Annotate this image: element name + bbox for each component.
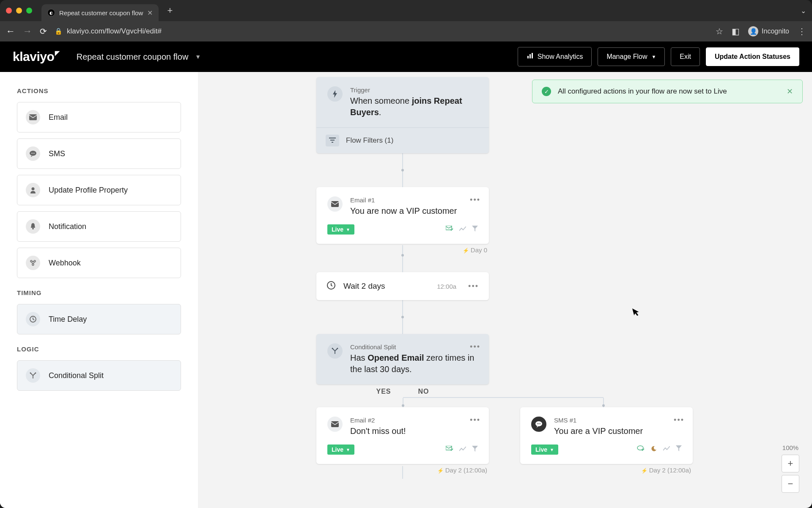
email-icon — [327, 196, 343, 212]
wait-time: 12:00a — [437, 283, 456, 290]
browser-tab[interactable]: ◐ Repeat customer coupon flow ✕ — [41, 4, 159, 21]
svg-point-6 — [33, 153, 33, 154]
sms-icon — [531, 417, 546, 432]
conditional-split-node[interactable]: Conditional Split Has Opened Email zero … — [316, 334, 489, 384]
logo[interactable]: klaviyo◤ — [13, 50, 60, 64]
analytics-icon — [459, 226, 466, 233]
new-tab-button[interactable]: + — [167, 5, 173, 16]
flow-filters-row[interactable]: Flow Filters (1) — [316, 128, 489, 153]
maximize-window-icon[interactable] — [26, 8, 32, 14]
update-action-statuses-button[interactable]: Update Action Statuses — [706, 47, 799, 66]
mail-check-icon — [446, 226, 453, 233]
email-node-2[interactable]: Email #2 Don't miss out! ••• Live ▼ — [316, 407, 489, 464]
svg-point-22 — [332, 348, 333, 349]
email-title: You are now a VIP customer — [350, 205, 457, 217]
mail-check-icon — [446, 446, 453, 453]
email-label: Email #1 — [350, 196, 457, 204]
toast-message: All configured actions in your flow are … — [558, 87, 727, 96]
sidebar-item-sms[interactable]: SMS — [17, 138, 181, 169]
tab-title: Repeat customer coupon flow — [59, 9, 143, 17]
svg-point-28 — [538, 423, 539, 424]
sidebar-item-webhook[interactable]: Webhook — [17, 248, 181, 278]
caret-down-icon: ▼ — [651, 54, 656, 59]
email-node-1[interactable]: Email #1 You are now a VIP customer ••• … — [316, 187, 489, 244]
wait-node[interactable]: Wait 2 days 12:00a ••• — [316, 272, 489, 300]
forward-button[interactable]: → — [23, 26, 32, 37]
branch-labels: YES NO — [316, 388, 489, 395]
manage-flow-button[interactable]: Manage Flow ▼ — [598, 47, 665, 66]
svg-point-5 — [31, 153, 32, 154]
more-icon[interactable]: ••• — [470, 196, 480, 204]
side-panel-icon[interactable]: ◧ — [732, 26, 740, 36]
webhook-icon — [26, 256, 40, 270]
incognito-indicator[interactable]: 👤 Incognito — [748, 26, 789, 36]
filter-icon — [326, 135, 339, 146]
logic-heading: LOGIC — [17, 345, 181, 353]
svg-rect-3 — [29, 114, 37, 120]
zoom-out-button[interactable]: − — [782, 475, 799, 493]
reload-button[interactable]: ⟳ — [40, 26, 47, 36]
svg-rect-25 — [446, 446, 452, 450]
url-text: klaviyo.com/flow/VgvcHi/edit# — [67, 27, 162, 36]
zoom-controls: 100% + − — [782, 444, 799, 495]
minimize-window-icon[interactable] — [16, 8, 22, 14]
sidebar-item-notification[interactable]: Notification — [17, 211, 181, 242]
show-analytics-button[interactable]: Show Analytics — [518, 47, 592, 66]
no-label: NO — [418, 388, 429, 395]
svg-point-30 — [637, 446, 643, 450]
sms-node-1[interactable]: SMS #1 You are a VIP customer ••• Live ▼ — [520, 407, 693, 464]
split-label: Conditional Split — [350, 343, 478, 351]
sidebar-item-conditional-split[interactable]: Conditional Split — [17, 360, 181, 391]
split-icon — [26, 368, 40, 383]
email-label: Email #2 — [350, 417, 406, 424]
split-icon — [327, 343, 343, 359]
favicon-icon: ◐ — [47, 9, 55, 17]
flow-name-dropdown[interactable]: Repeat customer coupon flow ▼ — [77, 52, 201, 62]
sidebar-item-update-profile[interactable]: Update Profile Property — [17, 175, 181, 205]
bell-icon — [26, 219, 40, 234]
status-badge[interactable]: Live ▼ — [327, 224, 354, 235]
browser-toolbar: ← → ⟳ 🔒 klaviyo.com/flow/VgvcHi/edit# ☆ … — [0, 21, 812, 41]
traffic-lights — [6, 8, 32, 14]
trigger-description: When someone joins Repeat Buyers. — [350, 95, 478, 118]
bookmark-icon[interactable]: ☆ — [716, 26, 723, 36]
svg-rect-18 — [332, 142, 333, 143]
status-badge[interactable]: Live ▼ — [531, 444, 558, 455]
svg-point-15 — [35, 373, 36, 374]
more-icon[interactable]: ••• — [470, 342, 480, 351]
sidebar-item-time-delay[interactable]: Time Delay — [17, 304, 181, 334]
more-icon[interactable]: ••• — [468, 282, 479, 291]
trigger-node[interactable]: Trigger When someone joins Repeat Buyers… — [316, 77, 489, 153]
exit-button[interactable]: Exit — [671, 47, 700, 66]
caret-down-icon: ▼ — [346, 227, 350, 232]
back-button[interactable]: ← — [6, 26, 15, 37]
tabs-overflow-icon[interactable]: ⌄ — [801, 7, 806, 15]
flow-canvas[interactable]: ✓ All configured actions in your flow ar… — [198, 72, 812, 508]
email-icon — [26, 110, 40, 124]
close-toast-icon[interactable]: ✕ — [787, 87, 793, 96]
status-badge[interactable]: Live ▼ — [327, 444, 354, 455]
svg-rect-1 — [529, 54, 531, 58]
filter-icon — [676, 445, 682, 454]
svg-point-14 — [30, 373, 31, 374]
zoom-in-button[interactable]: + — [782, 455, 799, 472]
more-icon[interactable]: ••• — [674, 416, 684, 425]
app-header: klaviyo◤ Repeat customer coupon flow ▼ S… — [0, 41, 812, 72]
filter-icon — [472, 446, 478, 453]
svg-rect-24 — [331, 421, 339, 427]
more-icon[interactable]: ••• — [470, 416, 480, 425]
email-icon — [327, 417, 343, 432]
analytics-icon — [663, 445, 670, 454]
sidebar-item-label: Notification — [49, 222, 86, 231]
svg-rect-16 — [329, 138, 336, 138]
close-tab-icon[interactable]: ✕ — [147, 9, 153, 17]
close-window-icon[interactable] — [6, 8, 12, 14]
day-marker: ⚡Day 2 (12:00a) — [520, 464, 693, 474]
clock-icon — [326, 281, 336, 292]
sidebar-item-email[interactable]: Email — [17, 102, 181, 133]
browser-menu-icon[interactable]: ⋮ — [798, 26, 806, 36]
svg-rect-2 — [532, 53, 533, 58]
quiet-hours-icon — [650, 445, 657, 454]
sms-label: SMS #1 — [554, 417, 643, 424]
address-bar[interactable]: 🔒 klaviyo.com/flow/VgvcHi/edit# — [55, 27, 708, 36]
